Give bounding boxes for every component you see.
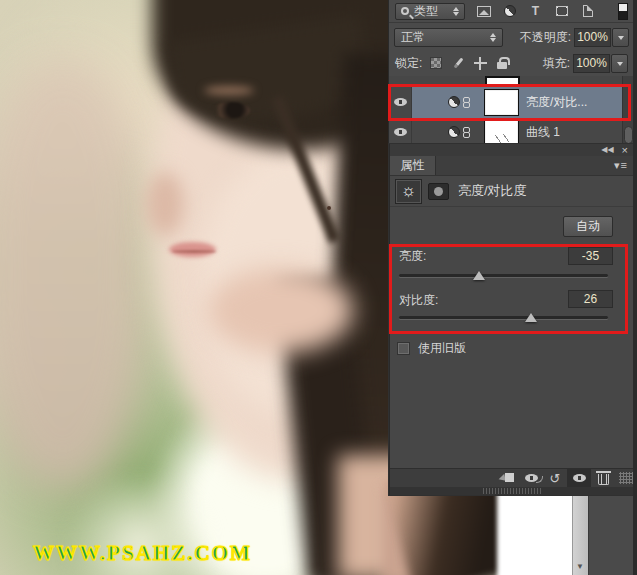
- scrollbar-down-arrow-icon[interactable]: ▼: [576, 562, 584, 571]
- filter-pixel-layers-button[interactable]: [476, 4, 491, 19]
- layers-panel: 类型 T 正常 不透明度: 100% 锁定: 填充:: [388, 0, 634, 146]
- slider-track[interactable]: [399, 274, 608, 277]
- mask-icon[interactable]: [428, 183, 449, 200]
- photo-bright-background: [497, 486, 577, 575]
- properties-titlebar: ◀◀ ×: [390, 144, 634, 156]
- adjustment-layer-icon[interactable]: [448, 96, 460, 108]
- photoshop-screenshot: WWW.PSAHZ.COM ▼ 类型 T 正常 不透明度: 10: [0, 0, 637, 575]
- brightness-slider[interactable]: [399, 270, 608, 282]
- layers-scrollbar-thumb[interactable]: [624, 126, 633, 144]
- mask-link-icon: [463, 127, 470, 138]
- layer-filter-kind-dropdown[interactable]: 类型: [395, 3, 465, 20]
- adjustment-title: 亮度/对比度: [458, 182, 527, 200]
- layer-mask-thumbnail[interactable]: [485, 76, 520, 86]
- transparency-icon: [430, 57, 442, 69]
- brightness-label: 亮度:: [399, 248, 426, 265]
- layer-row-curves[interactable]: 曲线 1: [389, 118, 623, 145]
- clip-to-layer-button[interactable]: [495, 469, 519, 488]
- filter-shape-layers-button[interactable]: [554, 4, 569, 19]
- layer-row-partial[interactable]: [389, 76, 623, 86]
- photo-nose-shadow: [146, 172, 184, 236]
- chevron-down-icon: [618, 36, 624, 43]
- smart-object-icon: [583, 5, 593, 17]
- adjustment-header: ☼ 亮度/对比度: [390, 176, 634, 207]
- brightness-value-field[interactable]: -35: [568, 247, 613, 265]
- panel-menu-icon[interactable]: ▾≡: [614, 156, 634, 175]
- collapse-panel-icon[interactable]: ◀◀: [601, 146, 613, 154]
- lock-pixels-button[interactable]: [450, 55, 466, 71]
- lock-label: 锁定:: [395, 55, 422, 72]
- panel-bottom-edge: [390, 487, 634, 495]
- photo-foreground-blur: [0, 60, 150, 490]
- opacity-dropdown-button[interactable]: [612, 28, 629, 47]
- lock-position-button[interactable]: [472, 55, 488, 71]
- blend-mode-value: 正常: [401, 29, 490, 46]
- use-legacy-row: 使用旧版: [397, 340, 466, 357]
- blend-mode-dropdown[interactable]: 正常: [394, 28, 503, 47]
- use-legacy-checkbox[interactable]: [397, 342, 410, 355]
- use-legacy-label: 使用旧版: [418, 340, 466, 357]
- chevron-down-icon: [617, 62, 623, 69]
- properties-bottombar: ↺: [390, 468, 634, 487]
- layer-filter-row: 类型 T: [389, 0, 634, 23]
- contrast-slider[interactable]: [399, 312, 608, 324]
- document-vertical-scrollbar[interactable]: ▼: [572, 495, 588, 575]
- contrast-slider-thumb[interactable]: [525, 313, 537, 322]
- eye-arrow-icon: [525, 474, 538, 482]
- close-icon[interactable]: ×: [622, 145, 628, 156]
- panel-drag-grip[interactable]: [483, 488, 541, 494]
- mask-link-icon: [463, 97, 470, 108]
- clip-to-layer-icon: [500, 472, 514, 484]
- eye-icon: [573, 474, 586, 482]
- eye-icon: [394, 98, 407, 106]
- text-tool-icon: T: [532, 4, 539, 18]
- fill-value-field[interactable]: 100%: [573, 54, 610, 73]
- opacity-label: 不透明度:: [520, 29, 571, 46]
- photo-mole: [327, 206, 331, 210]
- image-icon: [477, 6, 491, 17]
- layer-row-brightness-contrast[interactable]: 亮度/对比...: [389, 86, 623, 118]
- brush-icon: [453, 57, 463, 68]
- contrast-label: 对比度:: [399, 292, 438, 309]
- opacity-value-field[interactable]: 100%: [574, 28, 611, 47]
- layer-mask-thumbnail[interactable]: [485, 120, 518, 145]
- fill-dropdown-button[interactable]: [611, 54, 628, 73]
- adjustment-layer-icon[interactable]: [448, 126, 460, 138]
- shape-icon: [556, 6, 568, 16]
- properties-tabbar: 属性 ▾≡: [390, 156, 634, 176]
- layer-visibility-toggle[interactable]: [389, 119, 412, 145]
- reset-button[interactable]: ↺: [543, 469, 567, 488]
- lock-transparency-button[interactable]: [428, 55, 444, 71]
- photo-jaw-shadow: [208, 268, 353, 353]
- layer-mask-thumbnail[interactable]: [485, 90, 518, 115]
- updown-arrows-icon: [490, 30, 496, 45]
- layer-visibility-toggle[interactable]: [389, 86, 412, 118]
- toggle-visibility-button[interactable]: [567, 469, 591, 488]
- layer-filter-toggle[interactable]: [618, 3, 628, 20]
- trash-icon: [598, 474, 609, 485]
- photo-lips-line: [172, 250, 216, 253]
- layers-list: 亮度/对比... 曲线 1: [389, 76, 634, 146]
- eye-icon: [394, 128, 407, 136]
- lock-all-button[interactable]: [494, 55, 510, 71]
- brightness-slider-thumb[interactable]: [473, 271, 485, 280]
- auto-button[interactable]: 自动: [563, 216, 613, 237]
- filter-kind-label: 类型: [414, 3, 438, 20]
- layer-name[interactable]: 亮度/对比...: [526, 94, 587, 111]
- contrast-value-field[interactable]: 26: [568, 290, 613, 308]
- filter-smart-objects-button[interactable]: [580, 4, 595, 19]
- fill-label: 填充:: [543, 55, 570, 72]
- search-icon: [401, 7, 409, 15]
- view-previous-state-button[interactable]: [519, 469, 543, 488]
- filter-type-layers-button[interactable]: T: [528, 4, 543, 19]
- filter-adjustment-layers-button[interactable]: [502, 4, 517, 19]
- panel-resize-grip[interactable]: [619, 472, 633, 484]
- brightness-contrast-icon: ☼: [395, 179, 422, 204]
- delete-adjustment-button[interactable]: [591, 469, 615, 488]
- layer-name[interactable]: 曲线 1: [526, 124, 560, 141]
- slider-track[interactable]: [399, 316, 608, 319]
- photo-eye: [212, 102, 250, 119]
- window-right-edge: [633, 0, 637, 575]
- updown-arrows-icon: [453, 4, 459, 19]
- tab-properties[interactable]: 属性: [390, 156, 436, 175]
